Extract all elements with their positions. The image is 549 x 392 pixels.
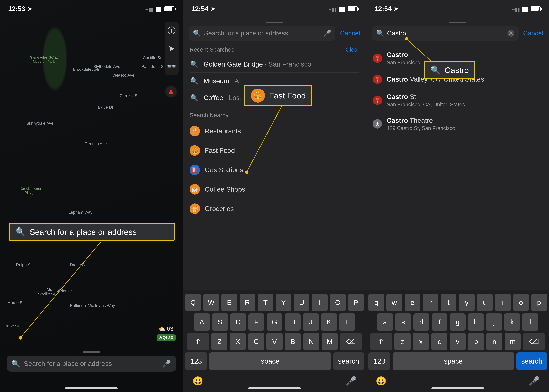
recent-search-item[interactable]: 🔍Golden Gate Bridge · San Francisco (189, 56, 359, 73)
keyboard[interactable]: qwertyuiopasdfghjkl⇧zxcvbnm⌫123spacesear… (366, 290, 549, 392)
aqi-badge[interactable]: AQI 23 (157, 334, 176, 341)
letter-key[interactable]: x (413, 333, 429, 350)
letter-key[interactable]: N (303, 333, 319, 350)
nearby-category-item[interactable]: 🧺Groceries (189, 199, 359, 218)
letter-key[interactable]: M (322, 333, 338, 350)
space-key[interactable]: space (209, 352, 331, 370)
letter-key[interactable]: V (266, 333, 283, 350)
letter-key[interactable]: s (395, 313, 411, 331)
letter-key[interactable]: Y (276, 294, 292, 311)
letter-key[interactable]: a (377, 313, 393, 331)
letter-key[interactable]: j (486, 313, 502, 331)
dictation-key[interactable]: 🎤 (346, 376, 357, 386)
compass-icon[interactable] (164, 84, 178, 98)
mic-icon[interactable]: 🎤 (323, 29, 331, 37)
letter-key[interactable]: y (459, 294, 474, 311)
clear-recent-button[interactable]: Clear (346, 46, 360, 53)
home-indicator[interactable] (65, 387, 118, 389)
search-input[interactable] (387, 30, 505, 37)
letter-key[interactable]: C (248, 333, 264, 350)
info-button[interactable]: ⓘ (165, 22, 179, 39)
cancel-button[interactable]: Cancel (340, 30, 360, 37)
search-field[interactable]: 🔍 Search for a place or address 🎤 (7, 356, 176, 371)
letter-key[interactable]: n (486, 333, 502, 350)
sheet-grabber[interactable] (449, 21, 466, 23)
letter-key[interactable]: e (404, 294, 420, 311)
letter-key[interactable]: v (450, 333, 466, 350)
letter-key[interactable]: L (339, 313, 355, 331)
letter-key[interactable]: p (531, 294, 547, 311)
nearby-category-item[interactable]: 🍴Restaurants (189, 121, 359, 141)
nearby-category-item[interactable]: 🍔Fast Food (189, 141, 359, 160)
locate-button[interactable]: ➤ (165, 40, 179, 57)
letter-key[interactable]: W (203, 294, 219, 311)
letter-key[interactable]: B (285, 333, 301, 350)
letter-key[interactable]: K (321, 313, 337, 331)
letter-key[interactable]: O (330, 294, 346, 311)
numbers-key[interactable]: 123 (185, 352, 207, 370)
letter-key[interactable]: E (222, 294, 237, 311)
keyboard[interactable]: QWERTYUIOPASDFGHJKL⇧ZXCVBNM⌫123spacesear… (183, 290, 366, 392)
letter-key[interactable]: S (212, 313, 228, 331)
backspace-key[interactable]: ⌫ (340, 333, 362, 350)
search-result-item[interactable]: ★Castro Theatre429 Castro St, San Franci… (373, 112, 542, 136)
sheet-grabber[interactable] (83, 351, 100, 353)
weather-widget[interactable]: ⛅ 63° (159, 325, 176, 332)
nearby-category-item[interactable]: ☕Coffee Shops (189, 180, 359, 199)
letter-key[interactable]: A (194, 313, 210, 331)
letter-key[interactable]: P (348, 294, 364, 311)
letter-key[interactable]: F (248, 313, 264, 331)
letter-key[interactable]: w (386, 294, 402, 311)
letter-key[interactable]: z (395, 333, 410, 350)
letter-key[interactable]: d (413, 313, 429, 331)
letter-key[interactable]: I (312, 294, 327, 311)
dictation-key[interactable]: 🎤 (529, 376, 540, 386)
cancel-button[interactable]: Cancel (523, 30, 543, 37)
letter-key[interactable]: D (230, 313, 246, 331)
letter-key[interactable]: Z (211, 333, 227, 350)
letter-key[interactable]: H (285, 313, 301, 331)
letter-key[interactable]: h (468, 313, 484, 331)
backspace-key[interactable]: ⌫ (523, 333, 545, 350)
home-indicator[interactable] (431, 387, 484, 389)
letter-key[interactable]: q (368, 294, 384, 311)
shift-key[interactable]: ⇧ (370, 333, 392, 350)
nearby-category-item[interactable]: ⛽Gas Stations (189, 160, 359, 180)
letter-key[interactable]: b (468, 333, 484, 350)
emoji-key[interactable]: 😀 (376, 376, 387, 386)
letter-key[interactable]: c (431, 333, 447, 350)
mic-icon[interactable]: 🎤 (162, 359, 171, 368)
emoji-key[interactable]: 😀 (192, 376, 203, 386)
clear-text-button[interactable]: ✕ (507, 30, 514, 37)
letter-key[interactable]: k (504, 313, 520, 331)
space-key[interactable]: space (393, 352, 514, 370)
letter-key[interactable]: X (230, 333, 246, 350)
numbers-key[interactable]: 123 (368, 352, 390, 370)
letter-key[interactable]: t (441, 294, 456, 311)
letter-key[interactable]: U (294, 294, 309, 311)
search-key[interactable]: search (516, 352, 547, 370)
lookaround-button[interactable]: 👓 (165, 57, 179, 75)
letter-key[interactable]: l (522, 313, 538, 331)
letter-key[interactable]: i (495, 294, 511, 311)
letter-key[interactable]: o (513, 294, 529, 311)
letter-key[interactable]: m (505, 333, 521, 350)
letter-key[interactable]: u (477, 294, 493, 311)
search-result-item[interactable]: 📍Castro StSan Francisco, CA, United Stat… (373, 88, 542, 112)
letter-key[interactable]: g (450, 313, 466, 331)
letter-key[interactable]: G (267, 313, 283, 331)
letter-key[interactable]: r (423, 294, 438, 311)
letter-key[interactable]: R (240, 294, 255, 311)
sheet-grabber[interactable] (266, 21, 283, 23)
bottom-sheet[interactable]: 🔍 Search for a place or address 🎤 (0, 347, 183, 392)
shift-key[interactable]: ⇧ (187, 333, 209, 350)
search-field[interactable]: 🔍 🎤 (189, 26, 335, 41)
letter-key[interactable]: J (303, 313, 319, 331)
letter-key[interactable]: f (431, 313, 447, 331)
search-key[interactable]: search (334, 352, 364, 370)
letter-key[interactable]: Q (185, 294, 201, 311)
home-indicator[interactable] (248, 387, 301, 389)
search-field[interactable]: 🔍 ✕ (372, 26, 519, 41)
letter-key[interactable]: T (257, 294, 273, 311)
search-input[interactable] (204, 30, 320, 37)
